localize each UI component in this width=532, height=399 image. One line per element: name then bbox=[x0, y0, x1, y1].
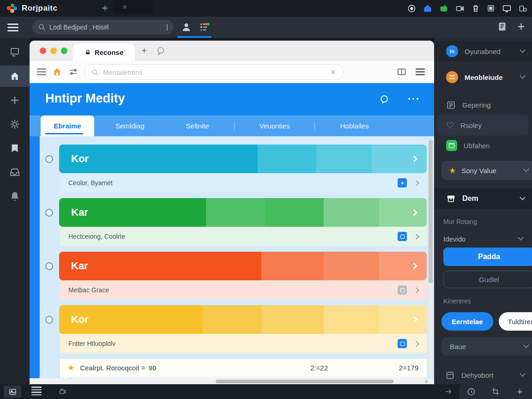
sidebar-item-notifications[interactable] bbox=[0, 186, 30, 207]
maximize-window-button[interactable] bbox=[61, 48, 67, 54]
segment-button[interactable]: Tuldtirea bbox=[499, 312, 532, 331]
display-icon[interactable] bbox=[502, 4, 512, 13]
screenshot-icon[interactable] bbox=[4, 386, 21, 398]
minimize-window-button[interactable] bbox=[50, 48, 57, 54]
sub-row[interactable]: Fntter Htluoplolv bbox=[60, 334, 427, 353]
sub-row[interactable]: Metbac Grace bbox=[60, 280, 427, 300]
section-header[interactable]: Dem bbox=[434, 188, 532, 209]
panel-item-list[interactable]: Gepering bbox=[434, 94, 532, 115]
search-icon bbox=[91, 68, 99, 76]
tab-item[interactable]: Semldiag bbox=[103, 115, 157, 136]
sidebar-item-add[interactable] bbox=[0, 90, 30, 111]
browser-tab-active[interactable]: Reconse bbox=[73, 43, 135, 61]
radio-button[interactable] bbox=[45, 262, 53, 270]
search-input[interactable] bbox=[49, 24, 167, 31]
voice-search-icon[interactable] bbox=[167, 24, 168, 30]
bar-item-green[interactable]: Kar bbox=[59, 198, 427, 227]
home-icon[interactable] bbox=[52, 66, 62, 77]
sort-dropdown[interactable]: ★ Sony Value bbox=[441, 161, 532, 180]
scrollbar-thumb[interactable] bbox=[429, 140, 433, 283]
new-tab-icon[interactable] bbox=[140, 47, 148, 54]
chevron-right-icon[interactable] bbox=[413, 180, 419, 186]
panel-item-table[interactable]: Ubfahen bbox=[434, 135, 532, 156]
arrow-right-icon[interactable] bbox=[444, 387, 453, 396]
bar-item-orange[interactable]: Kar bbox=[59, 252, 427, 280]
chevron-right-icon bbox=[411, 316, 417, 323]
menu-icon[interactable] bbox=[7, 24, 18, 33]
header-search-icon[interactable] bbox=[380, 94, 390, 104]
scrollbar-thumb[interactable] bbox=[216, 380, 393, 383]
radio-button[interactable] bbox=[45, 209, 53, 217]
tools-icon[interactable] bbox=[58, 387, 66, 396]
bar-item-yellow[interactable]: Kor bbox=[59, 305, 427, 334]
chat-icon[interactable] bbox=[156, 46, 165, 55]
split-view-icon[interactable] bbox=[397, 67, 406, 77]
clear-search-icon[interactable] bbox=[330, 69, 337, 76]
primary-button[interactable]: Padda bbox=[443, 248, 532, 266]
browser-toolbar bbox=[0, 17, 532, 38]
chevron-right-icon bbox=[411, 209, 417, 216]
tab-item[interactable]: Hoblailes bbox=[328, 115, 381, 136]
gallery-icon[interactable] bbox=[487, 4, 495, 12]
new-tab-icon[interactable] bbox=[101, 4, 109, 12]
address-search-bar[interactable] bbox=[32, 20, 174, 34]
tag-icon[interactable] bbox=[398, 339, 407, 348]
chevron-right-icon[interactable] bbox=[413, 287, 419, 293]
tag-icon[interactable] bbox=[398, 178, 407, 187]
panel-item-account[interactable]: in Oyunabned bbox=[434, 41, 532, 62]
sub-row[interactable]: Ceolor, Byamet bbox=[60, 173, 427, 193]
menu-icon[interactable] bbox=[37, 68, 46, 77]
list-view-icon[interactable] bbox=[31, 387, 42, 397]
list-icon bbox=[446, 100, 456, 110]
group-label: Kinereres bbox=[443, 297, 471, 305]
background-tab[interactable] bbox=[113, 0, 153, 14]
trash-icon[interactable] bbox=[472, 4, 480, 12]
home-icon[interactable] bbox=[423, 4, 432, 13]
sidebar-item-bookmarks[interactable] bbox=[0, 138, 30, 159]
page-search-bar[interactable] bbox=[84, 64, 344, 80]
vertical-scrollbar[interactable] bbox=[429, 140, 433, 375]
sidebar-item-home[interactable] bbox=[0, 66, 30, 87]
filter-icon[interactable] bbox=[68, 67, 78, 77]
tab-item[interactable]: Veuonties bbox=[248, 115, 302, 136]
radio-button[interactable] bbox=[45, 316, 53, 324]
sidebar-item-save[interactable] bbox=[0, 42, 30, 63]
page-search-input[interactable] bbox=[103, 68, 330, 76]
panel-item-label: Ubfahen bbox=[464, 142, 490, 150]
camera-icon[interactable] bbox=[455, 4, 465, 13]
sub-row[interactable]: Hectceiong, Coolrte bbox=[60, 227, 427, 246]
record-icon[interactable] bbox=[407, 4, 416, 13]
tab-item-active[interactable]: Ebraime bbox=[41, 115, 94, 136]
add-icon[interactable] bbox=[516, 21, 526, 32]
chevron-right-icon[interactable] bbox=[413, 234, 419, 240]
devices-icon[interactable] bbox=[519, 4, 527, 13]
crop-icon[interactable] bbox=[491, 387, 500, 396]
radio-button[interactable] bbox=[45, 155, 53, 163]
secondary-button[interactable]: Gudlel bbox=[443, 271, 532, 288]
reading-list-icon[interactable] bbox=[497, 22, 507, 31]
tag-icon[interactable] bbox=[398, 285, 407, 295]
summary-row[interactable]: ★ Cealrpt. Rorocqcoit = 90 2:=22 2=179 bbox=[60, 359, 427, 376]
history-icon[interactable] bbox=[467, 387, 476, 396]
panel-item-favorites[interactable]: ♡ Rsoley bbox=[438, 115, 528, 136]
sidebar-item-settings[interactable] bbox=[0, 114, 30, 135]
horizontal-scrollbar[interactable] bbox=[30, 378, 434, 384]
tag-icon[interactable] bbox=[398, 232, 407, 241]
more-options-icon[interactable] bbox=[408, 98, 418, 100]
bar-item-cyan[interactable]: Kor bbox=[59, 145, 427, 173]
sidebar-item-inbox[interactable] bbox=[0, 162, 30, 183]
profile-tab-icon[interactable] bbox=[181, 22, 192, 32]
field-dropdown[interactable]: Idevido bbox=[443, 232, 530, 246]
panel-item-profile[interactable]: Meobleiude bbox=[434, 66, 532, 88]
more-menu-icon[interactable] bbox=[416, 68, 425, 77]
store-icon[interactable] bbox=[439, 4, 448, 13]
segment-button-active[interactable]: Eerntelae bbox=[441, 312, 493, 331]
chevron-right-icon[interactable] bbox=[413, 341, 419, 347]
active-tab-indicator bbox=[177, 36, 212, 38]
add-icon[interactable] bbox=[515, 387, 524, 396]
tasks-tab-icon[interactable] bbox=[200, 22, 210, 32]
panel-item-schedule[interactable]: Dehyobort bbox=[434, 365, 532, 384]
close-window-button[interactable] bbox=[40, 48, 46, 54]
tab-item[interactable]: Seltnite bbox=[174, 115, 221, 136]
dropdown[interactable]: Baue bbox=[441, 337, 532, 356]
